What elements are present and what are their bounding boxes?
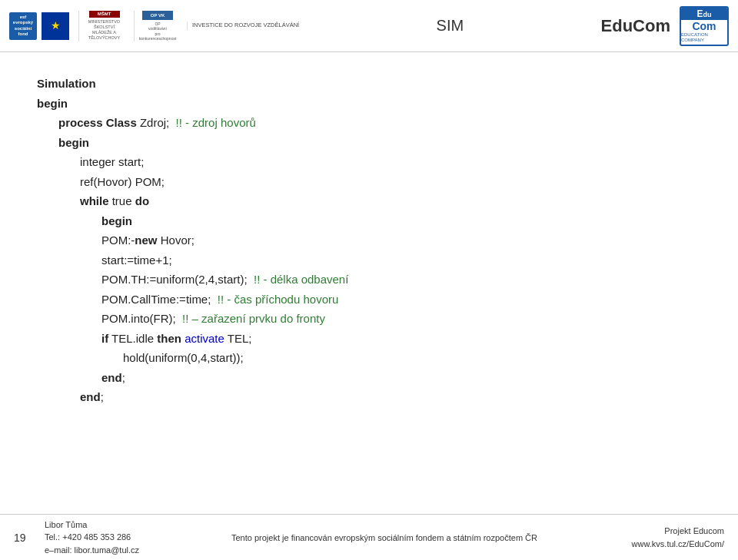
code-line-simulation: Simulation xyxy=(37,74,701,94)
contact-name: Libor Tůma xyxy=(45,519,168,532)
if-keyword: if xyxy=(101,332,108,345)
start-stmt: start:=time+1; xyxy=(101,253,172,267)
header-center: SIM xyxy=(299,17,600,35)
begin1-keyword: begin xyxy=(37,97,68,110)
pom-th-stmt: POM.TH:=uniform(2,4,start); xyxy=(101,273,248,286)
code-line-pom-call: POM.CallTime:=time; !! - čas příchodu ho… xyxy=(101,290,701,310)
code-line-end2: end; xyxy=(80,387,701,407)
tel-idle-stmt: TEL.idle xyxy=(111,332,154,345)
footer-page-number: 19 xyxy=(14,532,45,544)
hovor-name: Hovor; xyxy=(161,234,194,247)
code-line-if: if TEL.idle then activate TEL; xyxy=(101,329,701,349)
comment1: !! - zdroj hovorů xyxy=(176,116,256,129)
educom-title: EduCom xyxy=(601,16,670,36)
educom-logo: Edu Com EDUCATION COMPANY xyxy=(680,6,729,46)
educom-logo-edu: Edu xyxy=(681,8,727,20)
end2-semi: ; xyxy=(101,390,104,403)
header-right: EduCom Edu Com EDUCATION COMPANY xyxy=(601,6,729,46)
project-label: Projekt Educom xyxy=(601,525,724,538)
hold-stmt: hold(uniform(0,4,start)); xyxy=(123,351,244,364)
eu-flag-logo: ★ xyxy=(42,12,69,40)
code-line-process: process Class Zdroj; !! - zdroj hovorů xyxy=(58,113,701,133)
process-keyword: process xyxy=(58,116,103,129)
zdroj-name: Zdroj; xyxy=(140,116,169,129)
begin3-keyword: begin xyxy=(101,214,132,227)
footer: 19 Libor Tůma Tel.: +420 485 353 286 e–m… xyxy=(0,514,738,560)
header: esfevropskýsociálnífond ★ MŠMT MINISTERS… xyxy=(0,0,738,52)
true-word: true xyxy=(112,194,132,207)
integer-stmt: integer start; xyxy=(80,155,144,168)
code-line-ref: ref(Hovor) POM; xyxy=(80,172,701,192)
educom-logo-com: Com xyxy=(692,20,716,33)
code-line-pom-new: POM:-new Hovor; xyxy=(101,230,701,250)
code-line-begin3: begin xyxy=(101,211,701,231)
code-line-while: while true do xyxy=(80,191,701,211)
code-line-begin1: begin xyxy=(37,94,701,114)
educom-logo-company: EDUCATION COMPANY xyxy=(681,32,727,43)
tel-name: TEL; xyxy=(228,332,252,345)
activate-keyword: activate xyxy=(184,332,224,345)
simulation-keyword: Simulation xyxy=(37,77,96,90)
footer-contact: Libor Tůma Tel.: +420 485 353 286 e–mail… xyxy=(45,519,168,557)
comment3: !! - čas příchodu hovoru xyxy=(218,293,339,306)
pom-into-stmt: POM.into(FR); xyxy=(101,312,176,325)
while-keyword: while xyxy=(80,194,109,207)
code-line-pom-th: POM.TH:=uniform(2,4,start); !! - délka o… xyxy=(101,270,701,290)
code-line-hold: hold(uniform(0,4,start)); xyxy=(123,348,701,368)
esf-logo: esfevropskýsociálnífond ★ xyxy=(9,12,69,40)
logos-left: esfevropskýsociálnífond ★ MŠMT MINISTERS… xyxy=(9,11,299,41)
op-img: OP VK xyxy=(142,11,173,20)
op-logo: OP VK OPvzděláváníprokonkurenceschopnost xyxy=(134,11,176,41)
code-line-end1: end; xyxy=(101,368,701,388)
project-url: www.kvs.tul.cz/EduCom/ xyxy=(601,538,724,551)
main-content: Simulation begin process Class Zdroj; !!… xyxy=(0,52,738,419)
contact-email: e–mail: libor.tuma@tul.cz xyxy=(45,544,168,557)
contact-phone: Tel.: +420 485 353 286 xyxy=(45,531,168,544)
code-line-start: start:=time+1; xyxy=(101,250,701,270)
do-keyword: do xyxy=(135,194,149,207)
new-keyword: new xyxy=(135,234,157,247)
end1-keyword: end xyxy=(101,371,122,384)
pom-new-prefix: POM:- xyxy=(101,234,135,247)
code-line-begin2: begin xyxy=(58,133,701,153)
code-line-integer: integer start; xyxy=(80,152,701,172)
esf-box: esfevropskýsociálnífond xyxy=(9,12,37,40)
svg-text:★: ★ xyxy=(51,19,61,31)
code-line-pom-into: POM.into(FR); !! – zařazení prvku do fro… xyxy=(101,309,701,329)
msmt-img: MŠMT xyxy=(89,11,120,18)
comment4: !! – zařazení prvku do fronty xyxy=(182,312,325,325)
begin2-keyword: begin xyxy=(58,136,89,149)
ref-stmt: ref(Hovor) POM; xyxy=(80,175,165,188)
footer-project: Projekt Educom www.kvs.tul.cz/EduCom/ xyxy=(601,525,724,550)
class-keyword: Class xyxy=(106,116,137,129)
footer-info-text: Tento projekt je financován evropským so… xyxy=(168,533,601,542)
then-keyword: then xyxy=(157,332,181,345)
investice-text: INVESTICE DO ROZVOJE VZDĚLÁVÁNÍ xyxy=(187,22,299,30)
msmt-logo: MŠMT MINISTERSTVOŠKOLSTVÍMLÁDEŽE ATĚLOVÝ… xyxy=(78,11,125,41)
pom-call-stmt: POM.CallTime:=time; xyxy=(101,293,211,306)
end1-semi: ; xyxy=(122,371,125,384)
code-block: Simulation begin process Class Zdroj; !!… xyxy=(37,74,701,407)
sim-title: SIM xyxy=(299,17,600,35)
end2-keyword: end xyxy=(80,390,101,403)
comment2: !! - délka odbavení xyxy=(254,273,348,286)
